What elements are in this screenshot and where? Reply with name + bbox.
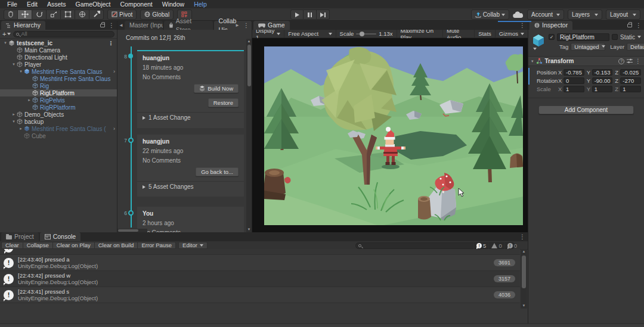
- stats-toggle[interactable]: Stats: [475, 30, 496, 38]
- hierarchy-row-prefab[interactable]: RigRPlatform: [0, 104, 117, 111]
- custom-tool-button[interactable]: [89, 10, 104, 20]
- layers-dropdown[interactable]: Layers: [568, 10, 602, 20]
- scale-slider[interactable]: Scale 1.13x: [336, 30, 397, 38]
- tab-hierarchy[interactable]: Hierarchy: [1, 21, 45, 30]
- hand-tool-button[interactable]: [4, 10, 18, 20]
- scrollbar-thumb[interactable]: [522, 256, 526, 288]
- scene-menu-icon[interactable]: [108, 40, 114, 46]
- cloud-icon[interactable]: [513, 11, 524, 18]
- scrollbar-thumb[interactable]: [118, 229, 138, 232]
- transform-tool-button[interactable]: [75, 10, 89, 20]
- warning-count-toggle[interactable]: 0: [488, 242, 504, 249]
- scroll-up-icon[interactable]: ▲: [246, 39, 252, 44]
- layout-dropdown[interactable]: Layout: [606, 10, 640, 20]
- hierarchy-row-prefab-disabled[interactable]: ▸ Meshtint Free Santa Claus ( ›: [0, 125, 117, 132]
- game-menu-icon[interactable]: [519, 22, 525, 29]
- hierarchy-row[interactable]: Main Camera: [0, 46, 117, 54]
- step-button[interactable]: [317, 10, 330, 20]
- hierarchy-search[interactable]: [13, 31, 114, 38]
- rotation-x-field[interactable]: 0: [564, 77, 584, 84]
- clear-on-play-button[interactable]: Clear on Play: [53, 242, 95, 249]
- collapse-button[interactable]: Collapse: [23, 242, 53, 249]
- hierarchy-row[interactable]: ▸ Demo_Objects: [0, 111, 117, 118]
- menu-edit[interactable]: Edit: [22, 0, 42, 8]
- hierarchy-row[interactable]: Directional Light: [0, 54, 117, 61]
- error-count-toggle[interactable]: ! 0: [504, 242, 519, 249]
- scrollbar-thumb[interactable]: [247, 45, 251, 86]
- clear-on-build-button[interactable]: Clear on Build: [95, 242, 138, 249]
- transform-component-header[interactable]: ▾ Transform ?: [528, 57, 644, 66]
- info-count-toggle[interactable]: ! 5: [473, 242, 488, 249]
- tag-dropdown[interactable]: Untagged: [571, 43, 605, 51]
- hierarchy-row-disabled[interactable]: Cube: [0, 132, 117, 139]
- mute-audio-toggle[interactable]: Mute Audio: [443, 30, 475, 38]
- account-dropdown[interactable]: Account: [527, 10, 564, 20]
- restore-button[interactable]: Restore: [208, 98, 239, 107]
- console-row-partial[interactable]: !: [0, 249, 520, 255]
- play-button[interactable]: [290, 10, 304, 20]
- asset-changes-foldout[interactable]: 5 Asset Changes: [137, 181, 244, 192]
- hierarchy-row-scene[interactable]: ▾ testscene_ic: [0, 39, 117, 46]
- add-component-button[interactable]: Add Component: [538, 105, 634, 114]
- editor-dropdown[interactable]: Editor: [178, 242, 208, 249]
- console-log-row[interactable]: ! [22:43:40] pressed a UnityEngine.Debug…: [0, 255, 520, 271]
- asset-changes-foldout[interactable]: 1 Asset Change: [137, 112, 244, 123]
- menu-component[interactable]: Component: [115, 0, 157, 8]
- tab-console[interactable]: Console: [40, 232, 81, 241]
- build-now-button[interactable]: Build Now: [194, 84, 239, 93]
- tab-asset-store[interactable]: Asset Store: [164, 21, 213, 30]
- collab-vertical-scrollbar[interactable]: ▲ ▼: [246, 39, 252, 232]
- scale-y-field[interactable]: 1: [592, 86, 613, 92]
- aspect-dropdown[interactable]: Free Aspect: [284, 30, 336, 38]
- display-dropdown[interactable]: Display 1: [252, 30, 284, 38]
- position-y-field[interactable]: -0.153: [592, 69, 613, 76]
- gizmos-dropdown[interactable]: Gizmos: [496, 30, 528, 38]
- hierarchy-row-prefab[interactable]: ▸ RigPelvis: [0, 96, 117, 104]
- game-viewport[interactable]: [252, 38, 528, 232]
- clear-button[interactable]: Clear: [1, 242, 23, 249]
- scale-slider-knob[interactable]: [360, 32, 364, 36]
- pause-button[interactable]: [304, 10, 317, 20]
- tab-scroll-right-icon[interactable]: ►: [235, 23, 240, 28]
- static-checkbox[interactable]: [612, 34, 618, 40]
- scroll-up-icon[interactable]: ▲: [521, 249, 527, 254]
- menu-window[interactable]: Window: [157, 0, 189, 8]
- gameobject-name-field[interactable]: [557, 33, 609, 41]
- move-tool-button[interactable]: [18, 10, 32, 20]
- error-pause-button[interactable]: Error Pause: [138, 242, 176, 249]
- global-toggle-button[interactable]: Global: [140, 10, 174, 20]
- console-log-row[interactable]: ! [22:43:41] pressed s UnityEngine.Debug…: [0, 287, 520, 303]
- scale-z-field[interactable]: 1: [620, 86, 641, 92]
- tab-project[interactable]: Project: [1, 232, 39, 241]
- game-scene[interactable]: [264, 46, 523, 225]
- hierarchy-row-prefab[interactable]: Meshtint Free Santa Claus: [0, 75, 117, 82]
- hierarchy-row[interactable]: ▾ Player: [0, 61, 117, 68]
- inspector-menu-icon[interactable]: [636, 22, 642, 29]
- hierarchy-search-input[interactable]: [21, 31, 112, 37]
- tab-game[interactable]: Game: [253, 21, 290, 30]
- go-back-to-button[interactable]: Go back to...: [196, 167, 239, 176]
- rotate-tool-button[interactable]: [32, 10, 47, 20]
- menu-file[interactable]: File: [2, 0, 22, 8]
- hierarchy-row-selected[interactable]: RigLPlatform: [0, 89, 117, 96]
- panel-divider[interactable]: [252, 21, 252, 232]
- scroll-down-icon[interactable]: ▼: [521, 303, 527, 309]
- panel-divider[interactable]: [528, 21, 528, 327]
- rotation-y-field[interactable]: -90.00: [592, 77, 613, 84]
- scale-slider-track[interactable]: [356, 33, 376, 35]
- scale-x-field[interactable]: 1: [564, 86, 584, 92]
- collab-menu-icon[interactable]: [243, 22, 249, 29]
- console-menu-icon[interactable]: [519, 233, 525, 240]
- scale-tool-button[interactable]: [47, 10, 61, 20]
- maximize-on-play-toggle[interactable]: Maximize On Play: [397, 30, 443, 38]
- prefab-open-chevron[interactable]: ›: [113, 126, 115, 132]
- component-menu-icon[interactable]: [635, 58, 641, 64]
- hierarchy-row-prefab[interactable]: ▾ Meshtint Free Santa Claus ›: [0, 68, 117, 75]
- create-object-button[interactable]: +: [2, 30, 11, 38]
- tab-inspector[interactable]: Inspector: [530, 21, 572, 30]
- hierarchy-menu-icon[interactable]: [109, 22, 114, 29]
- rect-tool-button[interactable]: [61, 10, 75, 20]
- hierarchy-row-prefab[interactable]: Rig: [0, 82, 117, 89]
- console-log-row[interactable]: ! [22:43:42] pressed w UnityEngine.Debug…: [0, 271, 520, 287]
- help-icon[interactable]: ?: [618, 58, 624, 64]
